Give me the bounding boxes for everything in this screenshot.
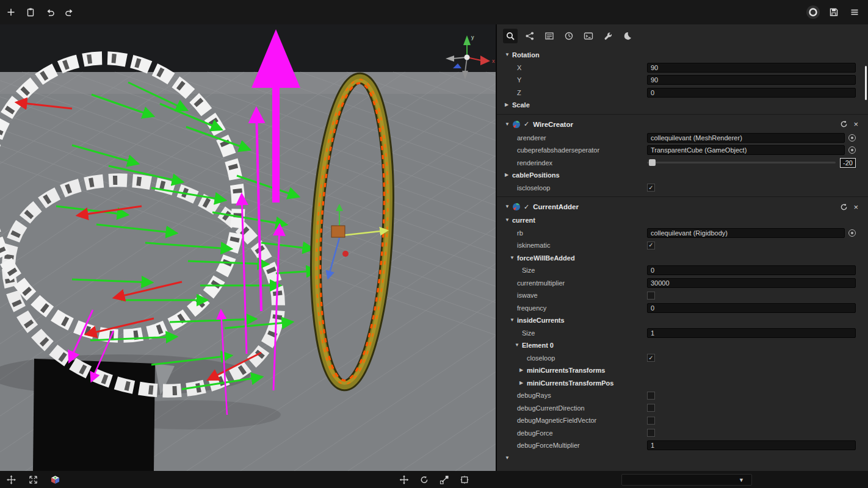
checkbox-debugForce[interactable] xyxy=(647,429,655,437)
tab-search[interactable] xyxy=(503,29,518,43)
tab-wrench[interactable] xyxy=(601,29,615,43)
rect-tool-button[interactable] xyxy=(457,472,472,487)
foldout-row-Element 0: ▼Element 0 xyxy=(497,339,868,352)
property-control xyxy=(647,427,856,440)
property-control: ✓ xyxy=(647,182,856,195)
component-enabled-toggle[interactable]: ✓ xyxy=(524,203,529,211)
scale-tool-button[interactable] xyxy=(437,472,452,487)
property-label: current xyxy=(512,217,535,224)
checkbox-debugCurrentDirection[interactable] xyxy=(647,404,655,412)
foldout-arrow[interactable]: ▼ xyxy=(510,256,517,260)
save-button[interactable] xyxy=(826,5,841,20)
clipboard-icon xyxy=(26,7,35,17)
foldout-arrow[interactable]: ▼ xyxy=(510,318,517,323)
object-field-cubeprefabshaderseperator[interactable] xyxy=(647,145,845,155)
property-control xyxy=(647,252,856,265)
bottom-center-tools xyxy=(397,472,472,487)
property-label-col: frequency xyxy=(497,304,647,312)
object-field-rb[interactable] xyxy=(647,228,845,238)
cube-icon xyxy=(51,475,60,484)
object-picker-icon[interactable] xyxy=(848,134,856,142)
pan-tool-button[interactable] xyxy=(4,472,18,487)
value-input-Y[interactable] xyxy=(647,75,856,85)
foldout-arrow[interactable]: ▶ xyxy=(519,381,527,386)
tab-console[interactable] xyxy=(542,29,557,43)
value-input-X[interactable] xyxy=(647,63,856,73)
property-label: Size xyxy=(522,329,535,337)
tab-terminal[interactable] xyxy=(581,29,596,43)
foldout-arrow[interactable]: ▼ xyxy=(505,122,512,127)
object-field-arenderer[interactable] xyxy=(647,133,845,143)
slider-value[interactable]: -20 xyxy=(840,158,856,168)
top-toolbar-right xyxy=(806,5,868,20)
checkbox-closeloop[interactable]: ✓ xyxy=(647,354,655,362)
refresh-icon[interactable] xyxy=(840,203,848,211)
move-tool-button[interactable] xyxy=(397,472,411,487)
foldout-arrow[interactable]: ▶ xyxy=(519,368,527,373)
property-control xyxy=(647,339,856,352)
layer-dropdown[interactable]: ▼ xyxy=(621,474,752,486)
move-icon xyxy=(399,475,408,484)
frame-tool-button[interactable] xyxy=(26,472,40,487)
foldout-arrow[interactable]: ▼ xyxy=(505,52,512,57)
slider-renderindex[interactable] xyxy=(647,162,836,163)
undo-button[interactable] xyxy=(43,5,57,20)
record-button[interactable] xyxy=(806,5,820,20)
checkbox-iswave[interactable] xyxy=(647,292,655,300)
search-icon xyxy=(505,31,515,41)
checkbox-debugMagneticFieldVector[interactable] xyxy=(647,417,655,425)
scene-viewport[interactable]: y x xyxy=(0,24,496,471)
foldout-arrow[interactable]: ▼ xyxy=(505,218,512,223)
rotate-tool-button[interactable] xyxy=(417,472,432,487)
property-control xyxy=(647,49,856,62)
object-picker-icon[interactable] xyxy=(848,146,856,154)
redo-button[interactable] xyxy=(62,5,77,20)
value-input-Z[interactable] xyxy=(647,88,856,98)
refresh-icon[interactable] xyxy=(840,120,848,128)
scrollbar-thumb[interactable] xyxy=(865,66,867,100)
property-label-col: iscloseloop xyxy=(497,184,647,192)
close-icon[interactable]: × xyxy=(853,120,858,128)
wrench-icon xyxy=(603,31,613,41)
tab-clock[interactable] xyxy=(562,29,576,43)
cube-tool-button[interactable] xyxy=(48,472,62,487)
foldout-arrow[interactable]: ▼ xyxy=(505,456,512,461)
foldout-arrow[interactable]: ▼ xyxy=(515,343,522,348)
slider-handle[interactable] xyxy=(649,159,656,166)
clipboard-button[interactable] xyxy=(23,5,38,20)
value-input-debugForceMultiplier[interactable] xyxy=(647,440,856,450)
foldout-arrow[interactable]: ▶ xyxy=(505,102,512,107)
rect-icon xyxy=(460,475,469,484)
checkmark-icon: ✓ xyxy=(648,242,653,248)
menu-button[interactable] xyxy=(847,5,862,20)
value-input-Size[interactable] xyxy=(647,265,856,275)
scene-3d-view[interactable]: y x xyxy=(0,24,496,471)
property-label-col: debugCurrentDirection xyxy=(497,404,647,412)
top-toolbar-left xyxy=(0,5,77,20)
console-icon xyxy=(544,31,554,41)
checkbox-iscloseloop[interactable]: ✓ xyxy=(647,184,655,192)
tab-hierarchy[interactable] xyxy=(523,29,537,43)
property-control xyxy=(647,327,856,340)
object-picker-icon[interactable] xyxy=(848,229,856,237)
component-enabled-toggle[interactable]: ✓ xyxy=(524,120,529,128)
close-icon[interactable]: × xyxy=(853,203,858,211)
property-control xyxy=(647,289,856,302)
component-header-WireCreator: ▼✓WireCreator× xyxy=(497,117,868,132)
tab-moon[interactable] xyxy=(620,29,635,43)
value-input-frequency[interactable] xyxy=(647,303,856,313)
component-header-CurrentAdder: ▼✓CurrentAdder× xyxy=(497,199,868,214)
property-label: currentmultiplier xyxy=(517,279,565,287)
gizmo-red-handle xyxy=(342,251,349,257)
checkbox-iskinematic[interactable]: ✓ xyxy=(647,242,655,249)
checkbox-debugRays[interactable] xyxy=(647,392,655,400)
foldout-row-miniCurrentsTransformPos: ▶miniCurrentsTransformPos xyxy=(497,377,868,390)
property-row-Size: Size xyxy=(497,327,868,340)
foldout-arrow[interactable]: ▶ xyxy=(505,173,512,178)
value-input-Size[interactable] xyxy=(647,328,856,338)
foldout-arrow[interactable]: ▼ xyxy=(505,204,512,209)
property-row-iscloseloop: iscloseloop✓ xyxy=(497,182,868,195)
value-input-currentmultiplier[interactable] xyxy=(647,278,856,288)
add-button[interactable] xyxy=(4,5,18,20)
chevron-down-icon: ▼ xyxy=(739,477,744,483)
